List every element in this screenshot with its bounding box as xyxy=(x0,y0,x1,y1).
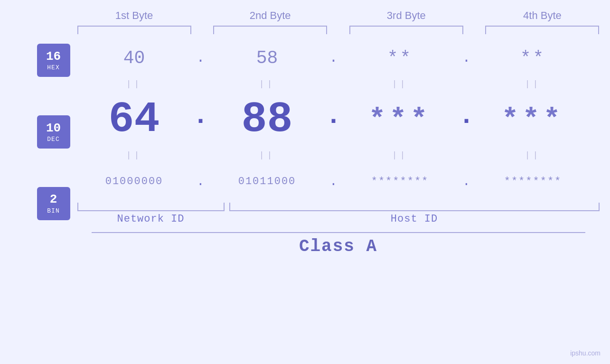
labels-column: 16 HEX 10 DEC 2 BIN xyxy=(11,39,77,225)
bottom-labels: Network ID Host ID xyxy=(77,213,600,225)
byte2-header: 2nd Byte xyxy=(213,9,327,22)
dot-bin-2: . xyxy=(324,174,343,189)
dot-hex-3: . xyxy=(457,50,476,66)
eq1-c2: || xyxy=(210,79,324,89)
eq1-c1: || xyxy=(77,79,191,89)
hex-b4: ** xyxy=(476,48,590,68)
eq1-c3: || xyxy=(343,79,457,89)
dec-badge: 10 DEC xyxy=(37,115,70,149)
bin-b2: 01011000 xyxy=(210,176,324,187)
hex-b3: ** xyxy=(343,48,457,68)
hex-badge: 16 HEX xyxy=(37,44,70,77)
dot-dec-3: . xyxy=(457,101,476,138)
bin-row: 01000000 . 01011000 . ******** . *******… xyxy=(77,162,600,200)
eq2-c4: || xyxy=(476,150,590,160)
eq2-c2: || xyxy=(210,150,324,160)
dec-b4: *** xyxy=(476,103,590,136)
hex-row: 40 . 58 . ** . ** xyxy=(77,39,600,77)
byte3-header: 3rd Byte xyxy=(349,9,463,22)
bracket-network xyxy=(77,203,225,211)
host-id-label: Host ID xyxy=(229,213,600,225)
dot-dec-2: . xyxy=(324,101,343,138)
dec-b3: *** xyxy=(343,103,457,136)
dot-bin-1: . xyxy=(191,174,210,189)
dot-hex-1: . xyxy=(191,50,210,66)
eq1-c4: || xyxy=(476,79,590,89)
bracket-1 xyxy=(77,26,191,34)
main-container: 1st Byte 2nd Byte 3rd Byte 4th Byte 16 H… xyxy=(0,0,610,364)
dot-bin-3: . xyxy=(457,174,476,189)
watermark: ipshu.com xyxy=(570,349,601,357)
eq2-c1: || xyxy=(77,150,191,160)
hex-b2: 58 xyxy=(210,48,324,68)
byte1-header: 1st Byte xyxy=(77,9,191,22)
bracket-3 xyxy=(349,26,463,34)
bracket-4 xyxy=(485,26,599,34)
bracket-host xyxy=(229,203,600,211)
dot-hex-2: . xyxy=(324,50,343,66)
hex-b1: 40 xyxy=(77,48,191,68)
eq2-c3: || xyxy=(343,150,457,160)
values-column: 40 . 58 . ** . ** || || || || 64 xyxy=(77,39,600,225)
network-id-label: Network ID xyxy=(77,213,225,225)
equals-row-1: || || || || xyxy=(77,77,600,91)
class-label: Class A xyxy=(92,237,585,256)
equals-row-2: || || || || xyxy=(77,148,600,162)
dec-b1: 64 xyxy=(77,95,191,144)
class-line xyxy=(92,232,585,233)
bin-b4: ******** xyxy=(476,176,590,187)
dec-b2: 88 xyxy=(210,95,324,144)
bottom-brackets xyxy=(77,203,600,211)
bin-b3: ******** xyxy=(343,176,457,187)
bin-badge: 2 BIN xyxy=(37,187,70,220)
dot-dec-1: . xyxy=(191,101,210,138)
byte4-header: 4th Byte xyxy=(485,9,599,22)
dec-row: 64 . 88 . *** . *** xyxy=(77,91,600,148)
bin-b1: 01000000 xyxy=(77,176,191,187)
bracket-2 xyxy=(213,26,327,34)
